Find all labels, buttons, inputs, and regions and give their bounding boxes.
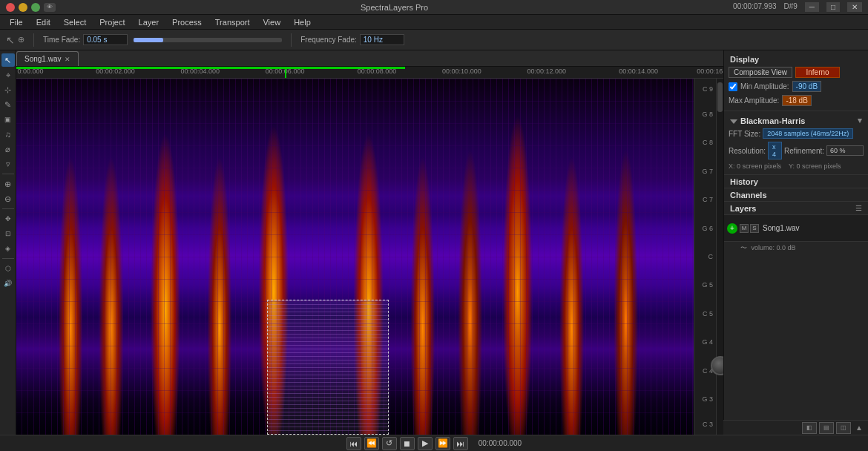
window-dropdown-icon[interactable]: ▾	[858, 116, 862, 125]
freq-label-c9: C 9	[703, 85, 713, 93]
history-section[interactable]: History	[724, 175, 868, 188]
resolution-value[interactable]: x 4	[768, 142, 782, 159]
channels-section[interactable]: Channels	[724, 188, 868, 202]
zoom-out-btn[interactable]: ⊖	[1, 192, 15, 205]
timeline-ruler: 0:00.000 00:00:02.000 00:00:04.000 00:00…	[16, 67, 723, 79]
menu-project[interactable]: Project	[93, 16, 131, 28]
panel-bottom-icons: ◧ ▤ ◫ ▲	[723, 420, 868, 435]
panel-icon-3[interactable]: ◫	[836, 422, 851, 434]
time-label-8: 00:00:16.000	[697, 68, 723, 75]
current-time: 00:00:07.993	[733, 2, 776, 12]
layers-menu-icon[interactable]: ☰	[855, 204, 862, 212]
time-label-7: 00:00:14.000	[619, 68, 658, 75]
menu-select[interactable]: Select	[58, 16, 93, 28]
freq-label-c5: C 5	[703, 310, 713, 317]
freq-label-g6: G 6	[702, 225, 713, 232]
display-section: Display Composite View Inferno Min Ampli…	[724, 50, 868, 111]
panel-icon-2[interactable]: ▤	[819, 422, 834, 434]
eraser-tool-btn[interactable]: ▣	[1, 113, 15, 126]
time-fade-value[interactable]: 0.05 s	[83, 34, 128, 45]
ruler-tool-btn[interactable]: ⊡	[1, 227, 15, 240]
menu-layer[interactable]: Layer	[133, 16, 165, 28]
min-amp-label: Min Amplitude:	[740, 82, 789, 90]
freq-label-g8: G 8	[702, 111, 713, 118]
magic-tool-btn[interactable]: ⊹	[1, 83, 15, 96]
pan-tool-btn[interactable]: ✥	[1, 212, 15, 226]
refinement-label: Refinement:	[784, 147, 824, 155]
transport-play-btn[interactable]: ▶	[418, 437, 433, 450]
tab-close-btn[interactable]: ✕	[65, 56, 70, 63]
toolbar-time-fade: Time Fade: 0.05 s	[43, 34, 128, 45]
freq-tool-btn[interactable]: ♫	[1, 128, 15, 141]
menu-file[interactable]: File	[4, 16, 29, 28]
menu-edit[interactable]: Edit	[30, 16, 56, 28]
fft-value-btn[interactable]: 2048 samples (46ms/22Hz)	[763, 128, 853, 139]
draw-tool-btn[interactable]: ✎	[1, 98, 15, 111]
close-window-btn[interactable]	[6, 3, 15, 12]
freq-label-c8: C 8	[703, 139, 713, 146]
right-panel: Display Composite View Inferno Min Ampli…	[723, 50, 868, 435]
freq-label-c7: C 7	[703, 196, 713, 203]
win-minimize-btn[interactable]: ─	[805, 2, 819, 12]
transport-forward-btn[interactable]: ⏩	[435, 437, 450, 450]
inferno-btn[interactable]: Inferno	[795, 67, 840, 78]
select-tool-btn[interactable]: ↖	[1, 53, 15, 67]
layer-item[interactable]: + M S Song1.wav	[724, 215, 868, 242]
time-fade-label: Time Fade:	[43, 36, 80, 44]
layer-s-btn[interactable]: S	[750, 224, 759, 233]
spectrogram-view[interactable]	[16, 79, 694, 435]
refinement-value[interactable]: 60 %	[826, 145, 864, 156]
transport-time-display: 00:00:00.000	[479, 439, 522, 447]
cursor-tool-icon[interactable]: ↖	[6, 34, 15, 46]
panel-icon-1[interactable]: ◧	[802, 422, 817, 434]
freq-fade-value[interactable]: 10 Hz	[360, 34, 404, 45]
toolbar-freq-fade: Frequency Fade: 10 Hz	[300, 34, 404, 45]
time-fade-slider[interactable]	[134, 38, 163, 42]
layer-name: Song1.wav	[763, 224, 865, 232]
smear-tool-btn[interactable]: ▿	[1, 157, 15, 171]
pitch-tool-btn[interactable]: ◈	[1, 242, 15, 255]
win-maximize-btn[interactable]: □	[826, 2, 840, 12]
panel-expand-icon[interactable]: ▲	[853, 422, 865, 434]
freq-label-c3: C 3	[703, 421, 713, 428]
win-close-btn[interactable]: ✕	[847, 2, 862, 12]
menu-transport[interactable]: Transport	[209, 16, 256, 28]
fft-row: FFT Size: 2048 samples (46ms/22Hz)	[724, 127, 868, 140]
transport-end-btn[interactable]: ⏭	[453, 437, 468, 450]
menu-view[interactable]: View	[257, 16, 286, 28]
menu-process[interactable]: Process	[166, 16, 208, 28]
composite-view-btn[interactable]: Composite View	[729, 67, 792, 78]
maximize-window-btn[interactable]	[31, 3, 40, 12]
toolbar: ↖ ⊕ Time Fade: 0.05 s Frequency Fade: 10…	[0, 30, 868, 50]
transport-beginning-btn[interactable]: ⏮	[346, 437, 361, 450]
vertical-scrollbar[interactable]	[716, 79, 723, 435]
minimize-window-btn[interactable]	[19, 3, 27, 12]
max-amp-value[interactable]: -18 dB	[782, 95, 811, 106]
layers-header[interactable]: Layers ☰	[724, 202, 868, 215]
freq-label-g3: G 3	[702, 395, 713, 403]
time-label-6: 00:00:12.000	[527, 68, 566, 75]
speaker-btn[interactable]: 🔊	[1, 277, 15, 290]
window-title[interactable]: Blackman-Harris ▾	[724, 114, 868, 127]
layer-m-btn[interactable]: M	[740, 224, 749, 233]
lasso-tool-btn[interactable]: ⌖	[1, 68, 15, 82]
rotate-tool-btn[interactable]: ⬡	[1, 262, 15, 275]
history-title: History	[730, 177, 758, 186]
min-amp-value[interactable]: -90 dB	[792, 81, 821, 92]
layer-add-btn[interactable]: +	[727, 223, 737, 234]
transport-stop-btn[interactable]: ⏹	[400, 437, 415, 450]
stamp-tool-btn[interactable]: ⌀	[1, 142, 15, 156]
freq-label-g7: G 7	[702, 168, 713, 175]
coord-display: X: 0 screen pixels Y: 0 screen pixels	[724, 161, 868, 171]
amplitude-checkbox[interactable]	[729, 82, 737, 91]
menu-help[interactable]: Help	[288, 16, 317, 28]
transport-rewind-btn[interactable]: ⏪	[364, 437, 379, 450]
crosshair-tool-icon[interactable]: ⊕	[18, 35, 24, 45]
fft-label: FFT Size:	[729, 130, 760, 138]
display-title[interactable]: Display	[724, 53, 868, 65]
tab-song1[interactable]: Song1.wav ✕	[16, 51, 79, 66]
vscroll-thumb[interactable]	[717, 82, 723, 112]
freq-fade-label: Frequency Fade:	[300, 36, 357, 44]
transport-loop-btn[interactable]: ↺	[382, 437, 397, 450]
zoom-in-btn[interactable]: ⊕	[1, 177, 15, 191]
